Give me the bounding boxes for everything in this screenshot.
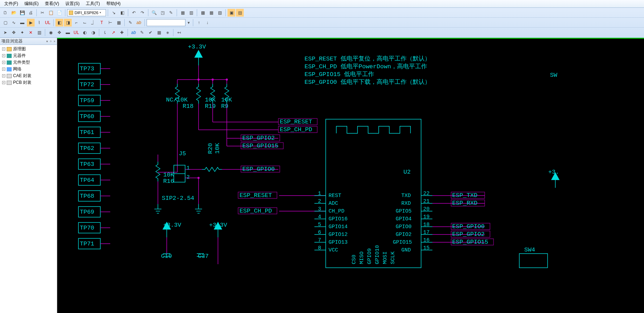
menu-edit[interactable]: 编辑(E) [22, 0, 41, 7]
tree-item-schematic[interactable]: + 原理图 [0, 46, 57, 52]
t2-h-icon[interactable]: ◨ [64, 19, 72, 27]
t2-i-icon[interactable]: ⌐ [72, 19, 80, 27]
expand-icon[interactable]: + [2, 74, 5, 77]
chevron-down-icon: ▾ [100, 11, 101, 14]
tree-item-cae[interactable]: + CAE 封装 [0, 73, 57, 79]
cut-icon[interactable]: ✂ [39, 9, 46, 17]
sw4-ref: SW4 [524, 247, 535, 254]
project-tree[interactable]: + 原理图 + 元器件 + 元件类型 + 网络 + C [0, 45, 57, 313]
menu-file[interactable]: 文件(F) [1, 0, 21, 7]
panel-pin-icon[interactable]: ✧ [49, 40, 52, 43]
t3-del-icon[interactable]: ✕ [27, 29, 35, 36]
t2-c-icon[interactable]: ▬ [18, 19, 26, 27]
zoom-icon[interactable]: 🔍 [150, 9, 158, 17]
tool-f-icon[interactable]: ▥ [187, 9, 195, 17]
u2-pin: 5 [318, 222, 321, 228]
t3-m-icon[interactable]: ✎ [138, 29, 146, 36]
t2-l-icon[interactable]: T [98, 19, 106, 27]
sw-cut: SW [550, 72, 557, 79]
t2-f-icon[interactable]: UL [44, 19, 52, 27]
t2-p-icon[interactable]: ab [135, 19, 143, 27]
component-icon [7, 54, 12, 58]
t2-k-icon[interactable]: ⏌ [89, 19, 97, 27]
t2-a-icon[interactable]: ▢ [1, 19, 9, 27]
save-icon[interactable]: 💾 [18, 9, 26, 17]
tree-item-nets[interactable]: + 网络 [0, 66, 57, 73]
undo-icon[interactable]: ↶ [130, 9, 138, 17]
content: 项目浏览器 ▾ ✧ × + 原理图 + 元器件 + 元件类型 [0, 38, 644, 313]
expand-icon[interactable]: + [2, 47, 5, 51]
t2-m-icon[interactable]: ⊢ [106, 19, 114, 27]
new-icon[interactable]: 🗋 [1, 9, 9, 17]
print-icon[interactable]: 🖨 [27, 9, 35, 17]
tool-c-icon[interactable]: ◳ [159, 9, 166, 17]
t3-o-icon[interactable]: ▦ [155, 29, 163, 36]
t2-g-icon[interactable]: ◧ [55, 19, 63, 27]
menu-settings[interactable]: 设置(S) [63, 0, 82, 7]
tool-j-icon[interactable]: ▣ [228, 9, 235, 17]
t3-i-icon[interactable]: ⤹ [101, 29, 109, 36]
power-label: +3.3V [209, 222, 227, 229]
power-label: +3.3V [188, 44, 206, 51]
t3-q-icon[interactable]: ↤ [175, 29, 183, 36]
tool-b-icon[interactable]: ◧ [118, 9, 126, 17]
t3-p-icon[interactable]: ⎈ [164, 29, 171, 36]
tool-g-icon[interactable]: ▩ [199, 9, 207, 17]
expand-icon[interactable]: + [2, 61, 5, 64]
copy-icon[interactable]: 📋 [47, 9, 55, 17]
expand-icon[interactable]: + [2, 68, 5, 71]
t3-a-icon[interactable]: ✦ [18, 29, 26, 36]
redo-icon[interactable]: ↷ [138, 9, 146, 17]
sheet-selector[interactable]: DIFI_ESP826 ▾ [67, 9, 106, 16]
r20-value: 10K [214, 143, 221, 154]
t2-b-icon[interactable]: ∿ [10, 19, 18, 27]
menu-view[interactable]: 查看(V) [42, 0, 62, 7]
t3-c-icon[interactable]: ◉ [47, 29, 55, 36]
arrow-up-icon[interactable]: ↑ [195, 19, 203, 27]
open-icon[interactable]: 📂 [10, 9, 18, 17]
t3-l-icon[interactable]: ab [130, 29, 137, 36]
tree-label: 网络 [13, 66, 22, 72]
t3-select-icon[interactable]: ➤ [1, 29, 9, 36]
arrow-down-icon[interactable]: ↓ [203, 19, 211, 27]
search-input[interactable] [147, 19, 185, 26]
tool-k-icon[interactable]: ▤ [236, 9, 244, 17]
u2-label: GPIO14 [329, 224, 348, 230]
tree-item-components[interactable]: + 元器件 [0, 52, 57, 59]
t3-g-icon[interactable]: ◐ [81, 29, 89, 36]
t2-j-icon[interactable]: ⌙ [81, 19, 89, 27]
schematic-canvas[interactable]: +3.3V ESP_RESET 低电平复位，高电平工作（默认） ESP_CH_P… [57, 38, 644, 313]
tp-label: TP70 [80, 225, 94, 232]
t2-o-icon[interactable]: ✎ [126, 19, 134, 27]
chevron-down-icon[interactable]: ▾ [186, 20, 191, 25]
tp-label: TP69 [80, 209, 94, 216]
menu-help[interactable]: 帮助(H) [104, 0, 124, 7]
panel-dropdown-icon[interactable]: ▾ [46, 40, 48, 43]
t3-move-icon[interactable]: ✥ [10, 29, 18, 36]
t2-d-icon[interactable]: ▶ [27, 19, 35, 27]
paste-icon[interactable]: 📄 [55, 9, 63, 17]
expand-icon[interactable]: + [2, 54, 5, 57]
t3-k-icon[interactable]: ✚ [118, 29, 126, 36]
t3-e-icon[interactable]: ▬ [64, 29, 72, 36]
t2-n-icon[interactable]: ▦ [115, 19, 123, 27]
tool-a-icon[interactable]: ↘ [110, 9, 118, 17]
expand-icon[interactable]: + [2, 81, 5, 84]
t3-h-icon[interactable]: ◑ [89, 29, 97, 36]
menu-tools[interactable]: 工具(T) [83, 0, 102, 7]
t3-b-icon[interactable]: ▥ [35, 29, 43, 36]
tree-item-parttype[interactable]: + 元件类型 [0, 59, 57, 66]
t3-f-icon[interactable]: UL [72, 29, 80, 36]
t2-e-icon[interactable]: ⌇ [35, 19, 43, 27]
panel-close-icon[interactable]: × [54, 40, 55, 43]
t3-j-icon[interactable]: ↗ [110, 29, 117, 36]
tp-label: TP60 [80, 113, 94, 120]
t3-d-icon[interactable]: ✥ [55, 29, 63, 36]
u2-label: GPIO9 [367, 248, 373, 264]
t3-n-icon[interactable]: ✔ [147, 29, 154, 36]
tool-e-icon[interactable]: ▦ [179, 9, 187, 17]
tree-item-pcb[interactable]: + PCB 封装 [0, 79, 57, 86]
tool-h-icon[interactable]: ▦ [207, 9, 215, 17]
tool-i-icon[interactable]: ▧ [216, 9, 224, 17]
tool-d-icon[interactable]: ✎ [167, 9, 175, 17]
